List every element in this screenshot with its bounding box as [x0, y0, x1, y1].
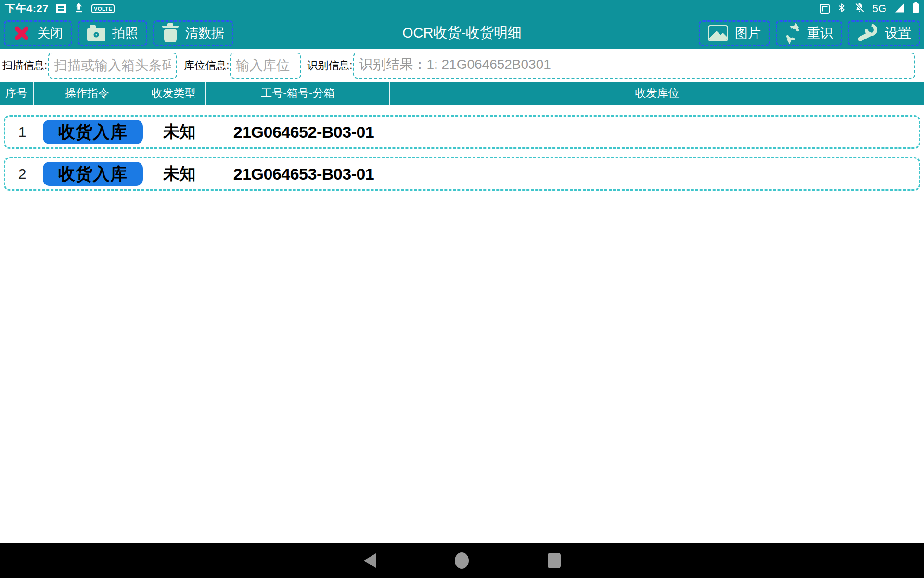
row-box-id: 21G064653-B03-01: [212, 165, 396, 184]
close-button-label: 关闭: [37, 25, 63, 42]
col-header-box: 工号-箱号-分箱: [206, 82, 390, 105]
volte-badge: VOLTE: [91, 4, 115, 13]
home-icon[interactable]: [455, 552, 469, 569]
rerecognize-button[interactable]: 重识: [776, 20, 842, 46]
clock: 下午4:27: [5, 1, 49, 16]
row-type: 未知: [147, 163, 212, 185]
screen-capture-icon: [820, 4, 830, 14]
toolbar-left-group: 关闭 拍照 清数据: [4, 20, 233, 46]
recents-icon[interactable]: [548, 553, 561, 568]
wrench-icon: [857, 23, 878, 43]
recognition-result-field[interactable]: 识别结果：1: 21G064652B0301 2: HITACHI: [353, 53, 915, 79]
row-action-cell: 收货入库: [39, 120, 147, 144]
battery-icon: [912, 2, 919, 15]
location-info-label: 库位信息:: [184, 58, 229, 73]
rerecognize-button-label: 重识: [807, 25, 833, 42]
bluetooth-icon: [837, 2, 847, 15]
row-type: 未知: [147, 121, 212, 143]
row-index: 1: [5, 124, 39, 140]
refresh-icon: [785, 26, 800, 41]
image-button-label: 图片: [735, 25, 761, 42]
table-row[interactable]: 2 收货入库 未知 21G064653-B03-01: [4, 157, 920, 191]
table-row[interactable]: 1 收货入库 未知 21G064652-B03-01: [4, 115, 920, 149]
location-input[interactable]: [230, 53, 301, 79]
android-nav-bar: [0, 543, 924, 578]
col-header-location: 收发库位: [390, 82, 924, 105]
receipt-list: 1 收货入库 未知 21G064652-B03-01 2 收货入库 未知 21G…: [0, 105, 924, 191]
notifications-off-icon: [854, 2, 865, 15]
row-index: 2: [5, 166, 39, 182]
camera-icon: [87, 28, 105, 41]
scan-input[interactable]: [48, 53, 177, 79]
row-box-id: 21G064652-B03-01: [212, 123, 396, 142]
page-title: OCR收货-收货明细: [402, 24, 522, 43]
message-notification-icon: [56, 4, 66, 13]
signal-icon: [894, 2, 905, 15]
image-icon: [708, 25, 728, 41]
network-type: 5G: [873, 2, 886, 15]
close-button[interactable]: 关闭: [4, 20, 72, 46]
image-button[interactable]: 图片: [699, 20, 770, 46]
settings-button[interactable]: 设置: [848, 20, 920, 46]
receive-instock-button[interactable]: 收货入库: [43, 162, 143, 186]
status-left: 下午4:27 VOLTE: [5, 1, 115, 16]
recognition-info-label: 识别信息:: [307, 58, 352, 73]
close-icon: [13, 25, 30, 41]
take-photo-button-label: 拍照: [112, 25, 138, 42]
table-header: 序号 操作指令 收发类型 工号-箱号-分箱 收发库位: [0, 82, 924, 105]
take-photo-button[interactable]: 拍照: [78, 20, 147, 46]
col-header-index: 序号: [0, 82, 34, 105]
toolbar-right-group: 图片 重识 设置: [699, 20, 920, 46]
col-header-action: 操作指令: [34, 82, 141, 105]
toolbar: 关闭 拍照 清数据 OCR收货-收货明细 图片 重识 设置: [0, 17, 924, 49]
settings-button-label: 设置: [885, 25, 911, 42]
clear-data-button[interactable]: 清数据: [153, 20, 233, 46]
receive-instock-button[interactable]: 收货入库: [43, 120, 143, 144]
trash-icon: [164, 29, 177, 42]
scan-info-label: 扫描信息:: [2, 58, 47, 73]
scan-form: 扫描信息: 库位信息: 识别信息: 识别结果：1: 21G064652B0301…: [0, 49, 924, 82]
status-right: 5G: [820, 2, 919, 15]
col-header-type: 收发类型: [141, 82, 206, 105]
clear-data-button-label: 清数据: [185, 25, 224, 42]
row-action-cell: 收货入库: [39, 162, 147, 186]
recognition-result-line2: 2: HITACHI: [359, 73, 910, 79]
status-bar: 下午4:27 VOLTE 5G: [0, 0, 924, 17]
upload-icon: [74, 2, 84, 15]
back-icon[interactable]: [364, 553, 376, 568]
recognition-result-line1: 识别结果：1: 21G064652B0301: [359, 55, 910, 73]
